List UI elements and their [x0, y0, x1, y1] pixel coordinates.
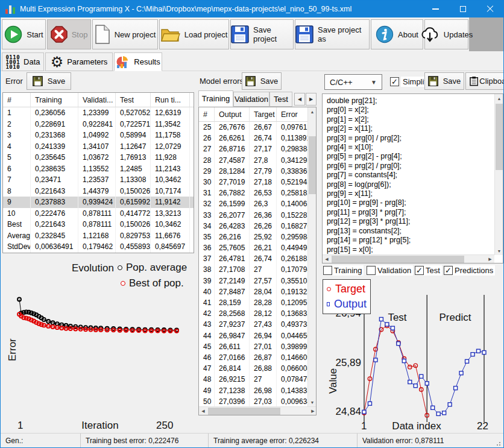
table-row[interactable]: 90,2378830,9394240,61599211,9142: [3, 197, 194, 208]
model-errors-vscrollbar[interactable]: ▲ ▼: [307, 107, 316, 406]
toggle-test[interactable]: ✓Test: [415, 265, 442, 276]
load-project-button[interactable]: Load project: [159, 19, 229, 49]
scroll-left-icon[interactable]: ◀: [323, 255, 331, 263]
table-row[interactable]: 3927,214927,570,355103: [199, 276, 316, 286]
error-save-button[interactable]: Save: [27, 72, 71, 90]
model-tab-training[interactable]: Training: [198, 90, 233, 107]
table-row[interactable]: 4826,9215270,078470: [199, 374, 316, 385]
table-row[interactable]: 3827,1708270,170794: [199, 264, 316, 275]
legend-target: Target: [327, 282, 367, 297]
table-cell: 26,21: [250, 242, 277, 253]
table-row[interactable]: 3326,207726,360,152287: [199, 210, 316, 221]
model-errors-hscrollbar[interactable]: ◀ ▶: [199, 406, 317, 415]
simplified-checkbox[interactable]: ✓: [390, 77, 399, 86]
table-row[interactable]: 3027,701927,180,521945: [199, 177, 316, 188]
scroll-right-icon[interactable]: ▶: [486, 255, 494, 263]
table-cell: 0,338365: [277, 166, 308, 177]
stop-button[interactable]: Stop: [47, 19, 91, 49]
table-cell: 27,1708: [215, 264, 250, 275]
vscroll-thumb[interactable]: [309, 136, 316, 194]
scroll-down-icon[interactable]: ▼: [308, 398, 317, 406]
scroll-left-icon[interactable]: ◀: [199, 407, 207, 415]
chevron-down-icon: ▼: [371, 79, 377, 86]
table-row[interactable]: 2928,128427,790,338365: [199, 166, 316, 177]
table-row[interactable]: 40,2413391,341071,1264712,0729: [3, 141, 194, 153]
table-row[interactable]: Best0,2216430,8781110,15002610,3462: [3, 219, 194, 230]
table-row[interactable]: 60,2386351,135521,248511,2143: [3, 163, 194, 175]
save-project-as-button[interactable]: Save project as: [295, 19, 370, 49]
code-vscrollbar[interactable]: ▲ ▼: [494, 94, 503, 255]
hscroll-thumb[interactable]: [332, 256, 464, 263]
tab-parameters[interactable]: ⚙ Parameters: [45, 52, 113, 71]
model-tab-validation[interactable]: Validation: [233, 92, 269, 107]
clipboard-button[interactable]: Clipboard: [465, 72, 504, 90]
save-project-button[interactable]: Save project: [230, 19, 294, 49]
table-row[interactable]: 3726,478126,740,261882: [199, 253, 316, 264]
table-row[interactable]: 3226,159926,30,140062: [199, 198, 316, 209]
code-save-button[interactable]: Save: [424, 72, 464, 90]
table-row[interactable]: 4726,81426,880,066008: [199, 363, 316, 374]
test-checkbox[interactable]: ✓: [415, 266, 424, 275]
table-row[interactable]: 3625,760526,210,449498: [199, 242, 316, 253]
table-row[interactable]: 3426,428326,260,168276: [199, 221, 316, 232]
toggle-training[interactable]: Training: [323, 265, 364, 276]
prediction-legend: Target Output: [323, 279, 371, 314]
code-hscrollbar[interactable]: ◀ ▶: [323, 254, 494, 263]
table-row[interactable]: 3526,21625,920,295984: [199, 232, 316, 242]
table-row[interactable]: 2827,458727,80,341298: [199, 155, 316, 166]
maximize-button[interactable]: [449, 1, 476, 17]
predictions-checkbox[interactable]: ✓: [444, 266, 453, 275]
resize-grip[interactable]: [496, 440, 502, 446]
code-panel[interactable]: double prg[21];prg[0] = x[2];prg[1] = x[…: [322, 93, 503, 263]
table-row[interactable]: 80,2216431,443790,15002610,7174: [3, 186, 194, 197]
hscroll-thumb[interactable]: [208, 408, 280, 415]
model-errors-save-button[interactable]: Save: [242, 72, 282, 90]
table-row[interactable]: 4927,123826,980,143835: [199, 385, 316, 396]
about-button[interactable]: About: [371, 19, 423, 49]
scroll-down-icon[interactable]: ▼: [495, 247, 503, 255]
tab-scroll-left-button[interactable]: ◀: [294, 93, 305, 106]
tab-results[interactable]: Results: [114, 52, 162, 71]
table-row[interactable]: 100,2224760,8781110,41477213,3213: [3, 208, 194, 219]
code-line: prg[7] = constants[4];: [327, 171, 492, 180]
table-row[interactable]: Average0,2328451,121680,82975311,6676: [3, 230, 194, 242]
start-button[interactable]: Start: [2, 19, 46, 49]
table-row[interactable]: 3126,788226,530,258182: [199, 188, 316, 198]
code-line: prg[5] = prg[2] - prg[4];: [327, 152, 492, 161]
table-row[interactable]: 4426,984726,940,044650: [199, 330, 316, 341]
table-row[interactable]: 2626,626126,740,113891: [199, 133, 316, 144]
scroll-up-icon[interactable]: ▲: [308, 107, 317, 116]
table-row[interactable]: 2726,871627,170,298384: [199, 144, 316, 154]
minimize-button[interactable]: [422, 1, 449, 17]
table-row[interactable]: 20,2286910,9228410,72257111,3542: [3, 119, 194, 130]
tab-data[interactable]: 011010011010 Data: [2, 52, 44, 71]
new-project-button[interactable]: New project: [92, 19, 158, 49]
language-select[interactable]: C/C++ ▼: [324, 74, 382, 90]
toggle-validation[interactable]: Validation: [367, 265, 413, 276]
table-row[interactable]: 5027,039627,030,009634: [199, 396, 316, 407]
training-checkbox[interactable]: [323, 266, 332, 275]
tab-scroll-right-button[interactable]: ▶: [306, 93, 317, 106]
model-tab-test[interactable]: Test: [269, 92, 292, 107]
table-row[interactable]: StdDev0,006364910,1794620,4558930,845697: [3, 241, 194, 253]
table-row[interactable]: 4128,15928,280,120951: [199, 297, 316, 308]
table-row[interactable]: 4228,256828,120,136832: [199, 308, 316, 319]
close-button[interactable]: [476, 1, 503, 17]
table-row[interactable]: 50,2356451,036721,7691311,928: [3, 152, 194, 163]
table-cell: 11,6676: [151, 230, 190, 242]
table-row[interactable]: 10,2360561,233990,52705212,6319: [3, 107, 194, 119]
table-cell: 0,170794: [277, 264, 308, 275]
scroll-up-icon[interactable]: ▲: [495, 94, 503, 103]
table-row[interactable]: 4327,923727,430,493738: [199, 319, 316, 330]
table-row[interactable]: 4526,61127,010,398998: [199, 341, 316, 352]
updates-button[interactable]: Updates: [424, 19, 468, 49]
table-row[interactable]: 30,2313681,049920,5899411,1758: [3, 130, 194, 141]
toggle-predictions[interactable]: ✓Predictions: [444, 265, 495, 276]
vscroll-thumb[interactable]: [496, 104, 503, 170]
table-row[interactable]: 4027,848728,040,191323: [199, 286, 316, 297]
table-row[interactable]: 2526,767626,670,097612: [199, 122, 316, 133]
table-row[interactable]: 70,234711,235371,1330810,3462: [3, 174, 194, 186]
scroll-right-icon[interactable]: ▶: [309, 407, 317, 415]
table-row[interactable]: 4627,016626,870,146609: [199, 352, 316, 363]
validation-checkbox[interactable]: [367, 266, 376, 275]
